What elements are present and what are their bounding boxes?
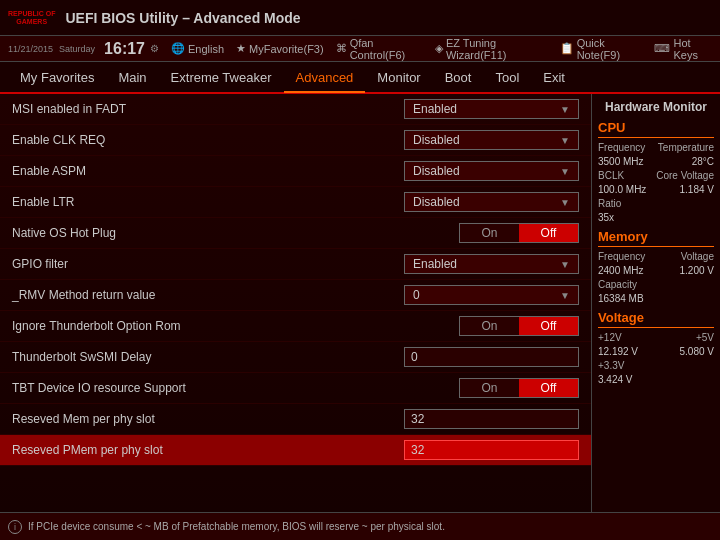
note-icon: 📋 <box>560 42 574 55</box>
hw-cpu-freq-row: Frequency Temperature <box>598 142 714 153</box>
nav-extreme-tweaker[interactable]: Extreme Tweaker <box>159 64 284 91</box>
nav-advanced[interactable]: Advanced <box>284 64 366 93</box>
toggle-native-os-hotplug[interactable]: On Off <box>459 223 579 243</box>
label-clk-req: Enable CLK REQ <box>12 133 399 147</box>
hw-cpu-ratio-row: Ratio <box>598 198 714 209</box>
hw-mem-cap-val-row: 16384 MB <box>598 293 714 304</box>
quicknote-label: Quick Note(F9) <box>577 37 643 61</box>
dropdown-value-ltr: Disabled <box>413 195 460 209</box>
eztuning-btn[interactable]: ◈ EZ Tuning Wizard(F11) <box>435 37 548 61</box>
label-reseved-mem: Reseved Mem per phy slot <box>12 412 399 426</box>
toggle-off-ignore-tb-rom[interactable]: Off <box>519 317 578 335</box>
hw-cpu-bclk-val-row: 100.0 MHz 1.184 V <box>598 184 714 195</box>
input-reseved-mem[interactable]: 32 <box>404 409 579 429</box>
toggle-on-tbt-io-support[interactable]: On <box>460 379 519 397</box>
dropdown-value-gpio-filter: Enabled <box>413 257 457 271</box>
key-icon: ⌨ <box>654 42 670 55</box>
ctrl-ignore-tb-rom[interactable]: On Off <box>399 316 579 336</box>
toggle-off-tbt-io-support[interactable]: Off <box>519 379 578 397</box>
ctrl-reseved-mem[interactable]: 32 <box>399 409 579 429</box>
english-btn[interactable]: 🌐 English <box>171 42 224 55</box>
ctrl-native-os-hotplug[interactable]: On Off <box>399 223 579 243</box>
hw-cpu-bclk-label: BCLK <box>598 170 624 181</box>
row-native-os-hotplug: Native OS Hot Plug On Off <box>0 218 591 249</box>
hw-v33-value: 3.424 V <box>598 374 632 385</box>
info-text: If PCIe device consume < ~ MB of Prefatc… <box>28 521 445 532</box>
ctrl-rmv-method[interactable]: 0 ▼ <box>399 285 579 305</box>
row-tb-swsmi-delay: Thunderbolt SwSMI Delay 0 <box>0 342 591 373</box>
dropdown-value-clk-req: Disabled <box>413 133 460 147</box>
dropdown-rmv-method[interactable]: 0 ▼ <box>404 285 579 305</box>
dropdown-gpio-filter[interactable]: Enabled ▼ <box>404 254 579 274</box>
logo-area: REPUBLIC OF GAMERS <box>8 10 55 25</box>
toggle-on-native-os-hotplug[interactable]: On <box>460 224 519 242</box>
globe-icon: 🌐 <box>171 42 185 55</box>
hw-mem-freq-value: 2400 MHz <box>598 265 644 276</box>
ctrl-tb-swsmi-delay[interactable]: 0 <box>399 347 579 367</box>
nav-exit[interactable]: Exit <box>531 64 577 91</box>
hotkeys-btn[interactable]: ⌨ Hot Keys <box>654 37 712 61</box>
hw-monitor-title: Hardware Monitor <box>598 100 714 114</box>
ctrl-reseved-pmem[interactable]: 32 <box>399 440 579 460</box>
hw-monitor-panel: Hardware Monitor CPU Frequency Temperatu… <box>592 94 720 512</box>
label-ignore-tb-rom: Ignore Thunderbolt Option Rom <box>12 319 399 333</box>
ctrl-aspm[interactable]: Disabled ▼ <box>399 161 579 181</box>
fan-icon: ⌘ <box>336 42 347 55</box>
ctrl-gpio-filter[interactable]: Enabled ▼ <box>399 254 579 274</box>
dropdown-value-rmv-method: 0 <box>413 288 420 302</box>
chevron-down-icon: ▼ <box>560 197 570 208</box>
hw-v12-val-row: 12.192 V 5.080 V <box>598 346 714 357</box>
nav-tool[interactable]: Tool <box>483 64 531 91</box>
nav-main[interactable]: Main <box>106 64 158 91</box>
ctrl-clk-req[interactable]: Disabled ▼ <box>399 130 579 150</box>
toggle-on-ignore-tb-rom[interactable]: On <box>460 317 519 335</box>
nav-my-favorites[interactable]: My Favorites <box>8 64 106 91</box>
nav-bar: My Favorites Main Extreme Tweaker Advanc… <box>0 62 720 94</box>
hw-cpu-section: CPU <box>598 120 714 138</box>
ctrl-tbt-io-support[interactable]: On Off <box>399 378 579 398</box>
label-reseved-pmem: Reseved PMem per phy slot <box>12 443 399 457</box>
myfavorite-btn[interactable]: ★ MyFavorite(F3) <box>236 42 324 55</box>
language-label: English <box>188 43 224 55</box>
hw-mem-cap-value: 16384 MB <box>598 293 644 304</box>
label-msi-fadt: MSI enabled in FADT <box>12 102 399 116</box>
logo-line2: GAMERS <box>16 18 47 26</box>
hw-mem-cap-label: Capacity <box>598 279 637 290</box>
dropdown-msi-fadt[interactable]: Enabled ▼ <box>404 99 579 119</box>
date: 11/21/2015 <box>8 44 53 54</box>
hw-cpu-ratio-label: Ratio <box>598 198 621 209</box>
hw-mem-volt-label: Voltage <box>681 251 714 262</box>
hw-cpu-corevolt-value: 1.184 V <box>680 184 714 195</box>
hw-cpu-freq-label: Frequency <box>598 142 645 153</box>
row-reseved-mem: Reseved Mem per phy slot 32 <box>0 404 591 435</box>
toggle-ignore-tb-rom[interactable]: On Off <box>459 316 579 336</box>
hw-cpu-freq-value: 3500 MHz <box>598 156 644 167</box>
hw-mem-freq-label: Frequency <box>598 251 645 262</box>
nav-monitor[interactable]: Monitor <box>365 64 432 91</box>
ctrl-msi-fadt[interactable]: Enabled ▼ <box>399 99 579 119</box>
hw-voltage-section: Voltage <box>598 310 714 328</box>
toggle-off-native-os-hotplug[interactable]: Off <box>519 224 578 242</box>
dropdown-aspm[interactable]: Disabled ▼ <box>404 161 579 181</box>
hw-v12-label: +12V <box>598 332 622 343</box>
qfan-btn[interactable]: ⌘ Qfan Control(F6) <box>336 37 423 61</box>
status-bar: 11/21/2015 Saturday 16:17 ⚙ 🌐 English ★ … <box>0 36 720 62</box>
input-tb-swsmi-delay[interactable]: 0 <box>404 347 579 367</box>
quicknote-btn[interactable]: 📋 Quick Note(F9) <box>560 37 643 61</box>
datetime-area: 11/21/2015 Saturday 16:17 ⚙ <box>8 40 159 58</box>
dropdown-clk-req[interactable]: Disabled ▼ <box>404 130 579 150</box>
time: 16:17 <box>104 40 145 58</box>
toggle-tbt-io-support[interactable]: On Off <box>459 378 579 398</box>
hw-v33-row: +3.3V <box>598 360 714 371</box>
chevron-down-icon: ▼ <box>560 290 570 301</box>
info-bar: i If PCIe device consume < ~ MB of Prefa… <box>0 512 720 540</box>
label-tb-swsmi-delay: Thunderbolt SwSMI Delay <box>12 350 399 364</box>
label-rmv-method: _RMV Method return value <box>12 288 399 302</box>
hw-v33-label: +3.3V <box>598 360 624 371</box>
hw-cpu-ratio-value: 35x <box>598 212 614 223</box>
row-ltr: Enable LTR Disabled ▼ <box>0 187 591 218</box>
input-reseved-pmem[interactable]: 32 <box>404 440 579 460</box>
ctrl-ltr[interactable]: Disabled ▼ <box>399 192 579 212</box>
dropdown-ltr[interactable]: Disabled ▼ <box>404 192 579 212</box>
nav-boot[interactable]: Boot <box>433 64 484 91</box>
